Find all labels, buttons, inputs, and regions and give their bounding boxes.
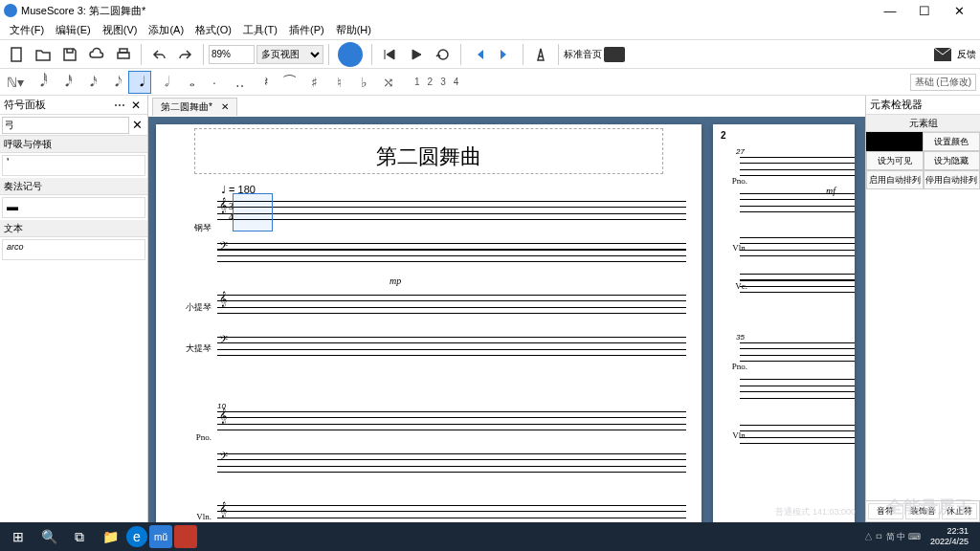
sharp-icon[interactable]: ♯	[302, 71, 325, 94]
voice-1[interactable]: 1	[412, 77, 423, 87]
system-tray[interactable]: △ ㅁ 简 中 ⌨	[864, 531, 921, 543]
undo-icon[interactable]	[146, 42, 171, 67]
voice-4[interactable]: 4	[451, 77, 462, 87]
document-tab[interactable]: 第二圆舞曲* ✕	[152, 98, 237, 116]
menu-file[interactable]: 文件(F)	[4, 23, 50, 37]
open-icon[interactable]	[31, 42, 56, 67]
rewind-start-icon[interactable]	[377, 42, 402, 67]
play-icon[interactable]	[404, 42, 429, 67]
voice-3[interactable]: 3	[437, 77, 449, 87]
instrument-violin: 小提琴	[177, 301, 212, 314]
inspector-panel: 元素检视器 元素组 设置颜色 设为可见 设为隐藏 启用自动排列 停用自动排列	[865, 96, 980, 534]
zoom-input[interactable]	[209, 45, 255, 64]
disable-auto-button[interactable]: 停用自动排列	[924, 170, 981, 189]
svg-rect-1	[118, 53, 129, 58]
cloud-icon[interactable]	[84, 42, 109, 67]
flat-icon[interactable]: ♭	[352, 71, 375, 94]
workspace-select[interactable]: 基础 (已修改)	[910, 74, 976, 91]
svg-rect-2	[120, 49, 127, 53]
palette-close-icon[interactable]: ✕	[128, 99, 144, 112]
tie-icon[interactable]: ⁀	[278, 71, 301, 94]
explorer-icon[interactable]: 📁	[96, 524, 124, 549]
breath-glyph[interactable]: 𝄒	[2, 155, 145, 176]
close-button[interactable]: ✕	[942, 4, 976, 18]
element-group-tab[interactable]: 元素组	[866, 115, 980, 132]
save-icon[interactable]	[57, 42, 82, 67]
note-half[interactable]: 𝅗𝅥	[153, 71, 176, 94]
rest-icon[interactable]: 𝄽	[253, 71, 276, 94]
camera-icon[interactable]	[604, 47, 625, 62]
edge-icon[interactable]: e	[126, 526, 147, 547]
note-input-toolbar: ℕ▾ 𝅘𝅥𝅱 𝅘𝅥𝅰 𝅘𝅥𝅯 𝅘𝅥𝅮 𝅘𝅥 𝅗𝅥 𝅝 · ‥ 𝄽 ⁀ ♯ ♮ ♭…	[0, 69, 980, 96]
note-quarter[interactable]: 𝅘𝅥	[128, 71, 151, 94]
start-button[interactable]: ⊞	[4, 524, 33, 549]
search-clear-icon[interactable]: ✕	[129, 118, 145, 132]
instrument-piano: 钢琴	[177, 222, 212, 234]
sel-rests[interactable]: 休止符	[942, 503, 977, 519]
main-toolbar: 多页视图 标准音页 反馈	[0, 40, 980, 69]
enable-auto-button[interactable]: 启用自动排列	[866, 170, 924, 189]
sel-grace[interactable]: 装饰音	[905, 503, 941, 519]
score-page-2[interactable]: 2 27 Pno. Vln. Vc. mf 35 Pno. Vln.	[713, 124, 855, 534]
view-mode-select[interactable]: 多页视图	[256, 45, 323, 64]
palette-search-input[interactable]	[2, 117, 129, 134]
sel-notes[interactable]: 音符	[868, 503, 903, 519]
loop-icon[interactable]	[431, 42, 456, 67]
minimize-button[interactable]: —	[873, 4, 907, 18]
metronome-icon[interactable]	[528, 42, 553, 67]
instrument-pno: Pno.	[177, 432, 212, 442]
text-arco[interactable]: arco	[2, 239, 145, 260]
dynamic-mf[interactable]: mf	[826, 186, 835, 196]
note-whole[interactable]: 𝅝	[178, 71, 201, 94]
feedback-label[interactable]: 反馈	[957, 48, 976, 61]
set-visible-button[interactable]: 设为可见	[866, 151, 924, 170]
natural-icon[interactable]: ♮	[327, 71, 350, 94]
svg-rect-0	[11, 48, 21, 61]
score-page-1[interactable]: 第二圆舞曲 = 180 钢琴 小提琴 大提琴 𝄞 𝄢 𝄞 𝄢 34	[156, 124, 702, 534]
menu-help[interactable]: 帮助(H)	[330, 23, 377, 37]
new-icon[interactable]	[4, 42, 29, 67]
note-32nd[interactable]: 𝅘𝅥𝅰	[54, 71, 77, 94]
articulation-glyph[interactable]: ▬	[2, 197, 145, 218]
maximize-button[interactable]: ☐	[907, 4, 942, 18]
menu-edit[interactable]: 编辑(E)	[50, 23, 97, 37]
dynamic-mp[interactable]: mp	[390, 276, 401, 286]
task-view-icon[interactable]: ⧉	[65, 524, 94, 549]
color-swatch[interactable]	[866, 132, 923, 151]
loop-in-icon[interactable]	[466, 42, 491, 67]
selection-box[interactable]	[233, 193, 273, 231]
note-input-mode[interactable]: ℕ▾	[4, 71, 27, 94]
menu-add[interactable]: 添加(A)	[143, 23, 189, 37]
voice-2[interactable]: 2	[425, 77, 436, 87]
note-8th[interactable]: 𝅘𝅥𝅮	[103, 71, 126, 94]
menu-tools[interactable]: 工具(T)	[237, 23, 283, 37]
window-title: MuseScore 3: 第二圆舞曲*	[21, 4, 873, 18]
taskbar-clock[interactable]: 22:31 2022/4/25	[923, 526, 976, 547]
redo-icon[interactable]	[173, 42, 198, 67]
feedback-icon[interactable]	[930, 42, 955, 67]
search-icon[interactable]: 🔍	[34, 524, 63, 549]
set-hidden-button[interactable]: 设为隐藏	[924, 151, 981, 170]
recorder-icon[interactable]	[174, 525, 197, 548]
palette-menu-icon[interactable]: ⋯	[111, 99, 128, 112]
palette-button[interactable]	[338, 42, 363, 67]
print-icon[interactable]	[111, 42, 136, 67]
musescore-taskbar-icon[interactable]: mŭ	[149, 525, 172, 548]
menu-view[interactable]: 视图(V)	[97, 23, 144, 37]
tab-close-icon[interactable]: ✕	[221, 101, 229, 112]
flip-icon[interactable]: ⤭	[377, 71, 400, 94]
page-label: 标准音页	[564, 48, 602, 61]
status-mode: 普通模式 141:03:000	[775, 506, 856, 518]
instrument-vln: Vln.	[177, 512, 212, 521]
note-64th[interactable]: 𝅘𝅥𝅱	[29, 71, 52, 94]
note-16th[interactable]: 𝅘𝅥𝅯	[78, 71, 101, 94]
section-articulation[interactable]: 奏法记号	[0, 178, 147, 195]
set-color-button[interactable]: 设置颜色	[923, 132, 981, 151]
menu-plugins[interactable]: 插件(P)	[283, 23, 330, 37]
note-double-dot[interactable]: ‥	[228, 71, 251, 94]
section-breath[interactable]: 呼吸与停顿	[0, 136, 147, 153]
note-dot[interactable]: ·	[203, 71, 226, 94]
section-text[interactable]: 文本	[0, 220, 147, 237]
menu-format[interactable]: 格式(O)	[189, 23, 237, 37]
loop-out-icon[interactable]	[493, 42, 518, 67]
